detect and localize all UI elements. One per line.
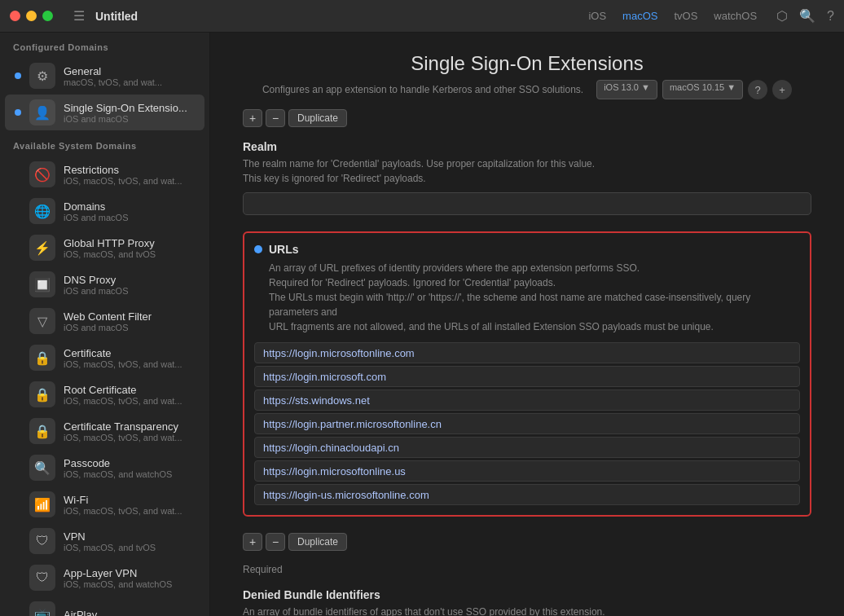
tab-macos[interactable]: macOS [616, 7, 664, 24]
urls-section: URLs An array of URL prefixes of identit… [243, 231, 811, 517]
urls-label: URLs [269, 243, 299, 256]
sidebar-item-global-http-proxy[interactable]: ⚡ Global HTTP Proxy iOS, macOS, and tvOS [5, 230, 204, 266]
urls-header: URLs [254, 243, 800, 256]
bottom-toolbar: + − Duplicate [243, 533, 811, 551]
sidebar-item-subtitle-sso: iOS and macOS [64, 114, 191, 124]
web-content-filter-icon: ▽ [29, 308, 55, 334]
sidebar-item-name-sso: Single Sign-On Extensio... [64, 102, 191, 114]
passcode-icon: 🔍 [29, 455, 55, 481]
domains-icon: 🌐 [29, 198, 55, 224]
titlebar: ☰ Untitled iOS macOS tvOS watchOS ⬡ 🔍 ? [0, 0, 844, 33]
urls-dot [254, 245, 262, 253]
general-icon: ⚙ [29, 63, 55, 89]
add-url-button[interactable]: + [243, 533, 262, 551]
url-item[interactable]: https://login-us.microsoftonline.com [254, 484, 800, 505]
denied-bundle-section: Denied Bundle Identifiers An array of bu… [243, 588, 811, 616]
denied-bundle-label: Denied Bundle Identifiers [243, 588, 811, 601]
airplay-icon: 📺 [29, 601, 55, 616]
sidebar-dot-sso [15, 109, 21, 116]
realm-input[interactable] [243, 192, 811, 215]
minimize-button[interactable] [26, 11, 37, 21]
content-header: Single Sign-On Extensions Configures an … [210, 33, 844, 109]
sidebar-item-dns-proxy[interactable]: 🔲 DNS Proxy iOS and macOS [5, 266, 204, 302]
root-certificate-icon: 🔒 [29, 381, 55, 407]
wifi-icon: 📶 [29, 491, 55, 517]
platform-badges: iOS 13.0 ▼ macOS 10.15 ▼ ? + [596, 80, 792, 99]
platform-tabs: iOS macOS tvOS watchOS [582, 7, 763, 24]
sidebar-toggle-icon[interactable]: ☰ [69, 7, 89, 26]
monitor-icon[interactable]: ⬡ [776, 8, 788, 24]
window-title: Untitled [95, 10, 138, 23]
add-payload-icon[interactable]: + [772, 80, 792, 99]
urls-description: An array of URL prefixes of identity pro… [254, 261, 800, 334]
app-layer-vpn-icon: 🛡 [29, 565, 55, 591]
tab-ios[interactable]: iOS [582, 7, 613, 24]
macos-badge[interactable]: macOS 10.15 ▼ [662, 80, 743, 99]
tab-tvos[interactable]: tvOS [667, 7, 704, 24]
required-label: Required [243, 564, 811, 575]
sidebar-item-general[interactable]: ⚙ General macOS, tvOS, and wat... [5, 58, 204, 94]
sidebar-item-sso[interactable]: 👤 Single Sign-On Extensio... iOS and mac… [5, 95, 204, 130]
content-area: Single Sign-On Extensions Configures an … [210, 33, 844, 616]
help-circle-icon[interactable]: ? [748, 80, 767, 99]
url-item[interactable]: https://login.microsoft.com [254, 366, 800, 387]
titlebar-icons: ⬡ 🔍 ? [776, 8, 834, 24]
sidebar-item-wifi[interactable]: 📶 Wi-Fi iOS, macOS, tvOS, and wat... [5, 486, 204, 522]
duplicate-button[interactable]: Duplicate [288, 109, 347, 127]
traffic-lights [10, 11, 53, 21]
sidebar: Configured Domains ⚙ General macOS, tvOS… [0, 33, 210, 616]
sidebar-item-domains[interactable]: 🌐 Domains iOS and macOS [5, 193, 204, 229]
sidebar-item-certificate-transparency[interactable]: 🔒 Certificate Transparency iOS, macOS, t… [5, 413, 204, 449]
sidebar-item-name-restrictions: Restrictions [64, 164, 191, 176]
http-proxy-icon: ⚡ [29, 235, 55, 261]
available-section-label: Available System Domains [0, 131, 209, 156]
realm-label: Realm [243, 140, 811, 153]
sidebar-item-subtitle-general: macOS, tvOS, and wat... [64, 77, 191, 87]
add-button[interactable]: + [243, 109, 262, 127]
close-button[interactable] [10, 11, 20, 21]
content-title: Single Sign-On Extensions [243, 52, 811, 75]
duplicate-url-button[interactable]: Duplicate [288, 533, 347, 551]
realm-description: The realm name for 'Credential' payloads… [243, 156, 811, 186]
maximize-button[interactable] [42, 11, 53, 21]
sidebar-item-restrictions[interactable]: 🚫 Restrictions iOS, macOS, tvOS, and wat… [5, 156, 204, 192]
url-item[interactable]: https://sts.windows.net [254, 389, 800, 411]
sso-icon: 👤 [29, 99, 55, 125]
remove-url-button[interactable]: − [266, 533, 285, 551]
sidebar-item-passcode[interactable]: 🔍 Passcode iOS, macOS, and watchOS [5, 450, 204, 486]
sidebar-item-airplay[interactable]: 📺 AirPlay [5, 596, 204, 616]
certificate-icon: 🔒 [29, 345, 55, 371]
realm-section: Realm The realm name for 'Credential' pa… [243, 140, 811, 215]
url-item[interactable]: https://login.chinacloudapi.cn [254, 437, 800, 458]
content-subtitle: Configures an app extension to handle Ke… [262, 84, 583, 95]
configured-section-label: Configured Domains [0, 33, 209, 57]
help-icon[interactable]: ? [827, 9, 834, 24]
url-item[interactable]: https://login.partner.microsoftonline.cn [254, 413, 800, 434]
vpn-icon: 🛡 [29, 528, 55, 554]
url-item[interactable]: https://login.microsoftonline.us [254, 460, 800, 482]
url-item[interactable]: https://login.microsoftonline.com [254, 342, 800, 363]
restrictions-icon: 🚫 [29, 161, 55, 187]
search-icon[interactable]: 🔍 [799, 8, 815, 24]
ios-badge[interactable]: iOS 13.0 ▼ [596, 80, 657, 99]
content-body: + − Duplicate Realm The realm name for '… [210, 109, 844, 616]
top-toolbar: + − Duplicate [243, 109, 811, 127]
main-layout: Configured Domains ⚙ General macOS, tvOS… [0, 33, 844, 616]
sidebar-item-name-general: General [64, 65, 191, 77]
sidebar-item-app-layer-vpn[interactable]: 🛡 App-Layer VPN iOS, macOS, and watchOS [5, 560, 204, 596]
tab-watchos[interactable]: watchOS [707, 7, 763, 24]
dns-proxy-icon: 🔲 [29, 271, 55, 297]
sidebar-item-web-content-filter[interactable]: ▽ Web Content Filter iOS and macOS [5, 303, 204, 339]
cert-transparency-icon: 🔒 [29, 418, 55, 444]
sidebar-dot-general [15, 73, 21, 79]
remove-button[interactable]: − [266, 109, 285, 127]
sidebar-item-vpn[interactable]: 🛡 VPN iOS, macOS, and tvOS [5, 523, 204, 559]
sidebar-item-certificate[interactable]: 🔒 Certificate iOS, macOS, tvOS, and wat.… [5, 340, 204, 376]
denied-bundle-description: An array of bundle identifiers of apps t… [243, 605, 811, 616]
sidebar-item-root-certificate[interactable]: 🔒 Root Certificate iOS, macOS, tvOS, and… [5, 376, 204, 412]
